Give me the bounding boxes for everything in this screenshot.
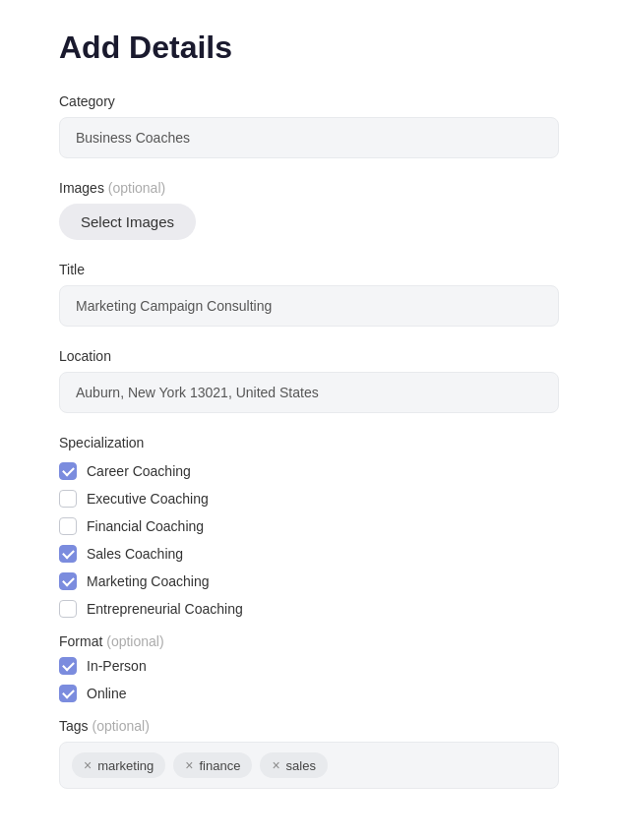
specialization-item-executive[interactable]: Executive Coaching [59,490,559,508]
format-label-online: Online [87,686,126,701]
category-input[interactable] [59,117,559,158]
specialization-checkbox-entrepreneurial[interactable] [59,600,77,618]
tag-marketing[interactable]: ×marketing [72,752,165,778]
format-list: In-PersonOnline [59,657,559,702]
specialization-checkbox-sales[interactable] [59,545,77,563]
specialization-item-marketing[interactable]: Marketing Coaching [59,572,559,590]
specialization-checkbox-financial[interactable] [59,517,77,535]
location-label: Location [59,348,559,364]
format-checkbox-in-person[interactable] [59,657,77,675]
location-input[interactable] [59,372,559,413]
tag-label-finance: finance [199,758,240,773]
specialization-checkbox-executive[interactable] [59,490,77,508]
page-title: Add Details [59,30,559,66]
category-field: Category [59,93,559,158]
title-field: Title [59,262,559,327]
specialization-section: Specialization Career CoachingExecutive … [59,435,559,618]
tag-remove-sales[interactable]: × [272,758,279,772]
tags-section: Tags (optional) ×marketing×finance×sales [59,718,559,789]
specialization-label-career: Career Coaching [87,463,191,479]
format-item-online[interactable]: Online [59,685,559,702]
location-field: Location [59,348,559,413]
format-label-in-person: In-Person [87,658,147,674]
specialization-item-career[interactable]: Career Coaching [59,462,559,480]
tag-finance[interactable]: ×finance [173,752,252,778]
select-images-button[interactable]: Select Images [59,204,196,240]
specialization-label-entrepreneurial: Entrepreneurial Coaching [87,601,243,617]
specialization-list: Career CoachingExecutive CoachingFinanci… [59,462,559,618]
tag-label-sales: sales [286,758,316,773]
tags-container: ×marketing×finance×sales [59,742,559,789]
format-checkbox-online[interactable] [59,685,77,702]
specialization-item-sales[interactable]: Sales Coaching [59,545,559,563]
specialization-checkbox-career[interactable] [59,462,77,480]
title-input[interactable] [59,285,559,327]
specialization-label-executive: Executive Coaching [87,491,209,507]
images-field: Images (optional) Select Images [59,180,559,240]
format-section: Format (optional) In-PersonOnline [59,633,559,702]
specialization-item-entrepreneurial[interactable]: Entrepreneurial Coaching [59,600,559,618]
specialization-label: Specialization [59,435,559,450]
tag-label-marketing: marketing [97,758,154,773]
tag-remove-finance[interactable]: × [185,758,193,772]
title-label: Title [59,262,559,277]
specialization-label-marketing: Marketing Coaching [87,573,210,589]
tag-sales[interactable]: ×sales [260,752,328,778]
specialization-item-financial[interactable]: Financial Coaching [59,517,559,535]
format-item-in-person[interactable]: In-Person [59,657,559,675]
tag-remove-marketing[interactable]: × [84,758,92,772]
images-label: Images (optional) [59,180,559,196]
format-label: Format (optional) [59,633,559,649]
tags-label: Tags (optional) [59,718,559,734]
specialization-checkbox-marketing[interactable] [59,572,77,590]
category-label: Category [59,93,559,109]
specialization-label-sales: Sales Coaching [87,546,183,562]
specialization-label-financial: Financial Coaching [87,518,204,534]
